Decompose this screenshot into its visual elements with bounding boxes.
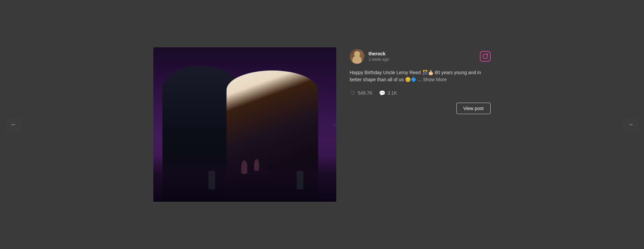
comment-icon: 💬	[379, 90, 385, 96]
right-arrow-icon: →	[628, 121, 634, 128]
heart-icon: ♡	[350, 90, 356, 96]
username: therock	[368, 51, 389, 56]
dot-decoration	[334, 125, 335, 126]
comments-stat: 💬 3.1K	[379, 90, 397, 96]
content-wrapper: therock 1 week ago Happy Birthday Uncle …	[153, 47, 491, 202]
avatar-body	[352, 56, 362, 64]
main-container: ←	[0, 0, 644, 249]
caption-text: Happy Birthday Uncle Leroy Reed 🎊🎂 80 ye…	[350, 70, 481, 82]
prev-arrow[interactable]: ←	[6, 117, 21, 132]
instagram-icon	[480, 51, 491, 62]
left-arrow-icon: ←	[10, 121, 16, 128]
comments-count: 3.1K	[387, 90, 397, 96]
post-info-panel: therock 1 week ago Happy Birthday Uncle …	[350, 47, 491, 114]
user-details: therock 1 week ago	[368, 51, 389, 62]
post-stats: ♡ 549.7K 💬 3.1K	[350, 90, 491, 96]
post-image-container	[153, 47, 336, 202]
post-photo	[153, 47, 336, 202]
likes-count: 549.7K	[358, 90, 373, 96]
show-more-link[interactable]: Show More	[423, 77, 447, 82]
post-time: 1 week ago	[368, 57, 389, 62]
user-info: therock 1 week ago	[350, 49, 389, 64]
wine-glass-2	[254, 159, 259, 171]
bottle-2	[297, 171, 303, 189]
likes-stat: ♡ 549.7K	[350, 90, 373, 96]
view-post-button[interactable]: View post	[456, 103, 491, 114]
bottle-1	[208, 171, 215, 189]
post-header: therock 1 week ago	[350, 49, 491, 64]
next-arrow[interactable]: →	[623, 117, 638, 132]
wine-glass-1	[241, 160, 247, 174]
post-footer: View post	[350, 103, 491, 114]
avatar	[350, 49, 364, 64]
post-caption: Happy Birthday Uncle Leroy Reed 🎊🎂 80 ye…	[350, 69, 491, 83]
